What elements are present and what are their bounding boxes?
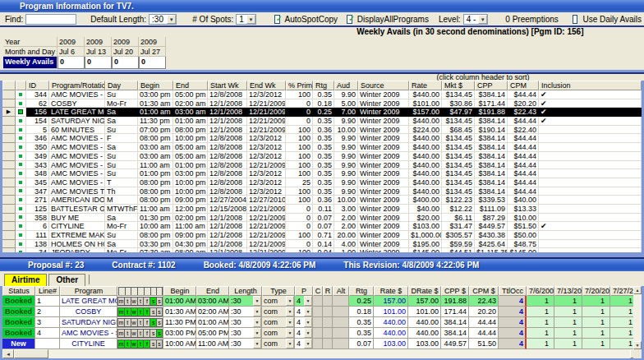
- chevron-down-icon[interactable]: ▼: [253, 307, 261, 316]
- program-row[interactable]: 125BATTLESTAR GALMTWThFS11:00 am12:00 pm…: [2, 205, 642, 214]
- column-header-id[interactable]: ID: [26, 81, 49, 90]
- inclusion-cell[interactable]: [539, 205, 642, 214]
- weekly-avails-cell[interactable]: 0: [112, 57, 139, 69]
- day-toggle[interactable]: t: [137, 318, 144, 327]
- chevron-down-icon[interactable]: ▼: [304, 328, 312, 338]
- r-cell[interactable]: [323, 307, 333, 317]
- order-column-header-r[interactable]: R: [323, 286, 333, 296]
- week-spots-cell[interactable]: 1: [610, 328, 636, 339]
- row-selector-cell[interactable]: [2, 90, 16, 99]
- chevron-down-icon[interactable]: ▼: [478, 15, 487, 24]
- program-row[interactable]: 6CITYLINEMo-Fr10:00 am11:00 am12/1/20081…: [2, 222, 642, 231]
- end-time-cell[interactable]: 11:00 AM: [196, 339, 229, 349]
- program-row[interactable]: 350AMC MOVIES - SATSa03:00 am05:00 am12/…: [2, 143, 642, 152]
- order-column-header-cpm[interactable]: CPM $: [469, 286, 499, 296]
- scrollbar-track[interactable]: [48, 349, 630, 358]
- row-selector-cell[interactable]: [2, 214, 16, 223]
- end-time-cell[interactable]: 02:00 AM: [196, 307, 229, 317]
- type-select[interactable]: com▼: [262, 307, 295, 317]
- type-select[interactable]: com▼: [262, 317, 295, 328]
- inclusion-cell[interactable]: [539, 187, 642, 196]
- day-toggle[interactable]: f: [143, 318, 150, 327]
- column-header-source[interactable]: Source: [358, 81, 409, 90]
- r-cell[interactable]: [323, 328, 333, 339]
- length-select[interactable]: :30▼: [229, 317, 262, 328]
- begin-time-cell[interactable]: 01:00 AM: [163, 296, 196, 307]
- inclusion-cell[interactable]: [539, 178, 642, 187]
- week-spots-cell[interactable]: 1: [610, 307, 636, 317]
- chevron-down-icon[interactable]: ▼: [304, 296, 312, 306]
- inclusion-cell[interactable]: [539, 196, 642, 205]
- chevron-down-icon[interactable]: ▼: [286, 307, 294, 316]
- week-spots-cell[interactable]: 1: [554, 296, 582, 307]
- day-toggle[interactable]: s: [156, 339, 163, 348]
- chevron-down-icon[interactable]: ▼: [286, 339, 294, 348]
- order-column-header-drate[interactable]: DRate $: [408, 286, 441, 296]
- day-toggle[interactable]: f: [143, 339, 150, 348]
- begin-time-cell[interactable]: 03:00 PM: [163, 328, 196, 339]
- week-spots-cell[interactable]: 1: [610, 317, 636, 328]
- inclusion-cell[interactable]: ✔: [539, 222, 642, 231]
- weekly-avails-cell[interactable]: 0: [85, 57, 112, 69]
- day-toggle[interactable]: m: [117, 307, 124, 316]
- column-header-aud[interactable]: Aud: [334, 81, 358, 90]
- day-toggle[interactable]: m: [117, 318, 124, 327]
- alt-cell[interactable]: [333, 307, 349, 317]
- weekly-avails-cell[interactable]: 0: [58, 57, 85, 69]
- program-row[interactable]: 349AMC MOVIES - SUNSu03:00 am05:00 am12/…: [2, 152, 642, 161]
- program-row[interactable]: ▶156LATE GREAT MOVIESa01:00 am03:00 am12…: [2, 108, 642, 117]
- row-selector-cell[interactable]: [2, 248, 16, 252]
- inclusion-cell[interactable]: [539, 169, 642, 178]
- r-cell[interactable]: [323, 317, 333, 328]
- inclusion-cell[interactable]: [539, 126, 642, 135]
- order-column-header-line[interactable]: Line#: [35, 286, 60, 296]
- scrollbar-thumb[interactable]: [14, 349, 48, 358]
- week-column-header[interactable]: 7/6/2009: [527, 286, 554, 296]
- chevron-down-icon[interactable]: ▼: [253, 317, 261, 327]
- order-row[interactable]: Booked1LATE GREAT MOVIEmtwtfss01:00 AM03…: [2, 296, 636, 307]
- priority-select[interactable]: 4▼: [295, 328, 313, 339]
- default-length-select[interactable]: :30 ▼: [149, 14, 177, 25]
- week-spots-cell[interactable]: 1: [527, 328, 554, 339]
- inclusion-cell[interactable]: [539, 152, 642, 161]
- day-toggle[interactable]: f: [143, 297, 150, 306]
- row-selector-cell[interactable]: [2, 240, 16, 249]
- order-table-vertical-scrollbar[interactable]: ▲ ▼: [633, 286, 642, 349]
- row-selector-cell[interactable]: [2, 143, 16, 152]
- inclusion-cell[interactable]: [539, 143, 642, 152]
- rate-cell[interactable]: 103.00: [374, 339, 408, 349]
- r-cell[interactable]: [323, 296, 333, 307]
- week-spots-cell[interactable]: 1: [527, 307, 554, 317]
- day-toggle[interactable]: s: [150, 307, 156, 316]
- column-header-day[interactable]: Day: [105, 81, 138, 90]
- order-column-header-ttlocc[interactable]: TtlOcc: [499, 286, 527, 296]
- week-spots-cell[interactable]: 1: [554, 307, 582, 317]
- day-toggle[interactable]: w: [131, 318, 137, 327]
- length-select[interactable]: :30▼: [229, 307, 262, 317]
- column-header--prime[interactable]: % Prime: [286, 81, 313, 90]
- order-column-header-type[interactable]: Type: [262, 286, 295, 296]
- day-toggle[interactable]: t: [124, 339, 131, 348]
- day-toggle[interactable]: s: [156, 297, 163, 306]
- current-row-arrow-icon[interactable]: ▶: [2, 108, 16, 117]
- order-column-header-rtg[interactable]: Rtg: [349, 286, 374, 296]
- scroll-up-icon[interactable]: ▲: [633, 286, 642, 294]
- chevron-down-icon[interactable]: ▼: [253, 339, 261, 348]
- week-spots-cell[interactable]: 1: [582, 328, 610, 339]
- day-toggle[interactable]: f: [143, 307, 150, 316]
- program-row[interactable]: 348AMC MOVIES - SUNSu01:00 pm03:00 pm12/…: [2, 169, 642, 178]
- chevron-down-icon[interactable]: ▼: [286, 317, 294, 327]
- inclusion-cell[interactable]: [539, 134, 642, 143]
- displayallprograms-checkbox[interactable]: [347, 15, 352, 24]
- day-toggle[interactable]: m: [117, 297, 124, 306]
- c-cell[interactable]: [313, 339, 323, 349]
- inclusion-cell[interactable]: [539, 214, 642, 223]
- column-header-cpp[interactable]: CPP: [475, 81, 508, 90]
- c-cell[interactable]: [313, 317, 323, 328]
- type-select[interactable]: com▼: [262, 296, 295, 307]
- program-row[interactable]: 346AMC MOVIES - FRIF08:00 pm10:00 pm12/8…: [2, 134, 642, 143]
- week-spots-cell[interactable]: 1: [527, 317, 554, 328]
- chevron-down-icon[interactable]: ▼: [253, 328, 261, 338]
- column-header-mkt-[interactable]: Mkt $: [442, 81, 475, 90]
- column-header-rate[interactable]: Rate: [409, 81, 442, 90]
